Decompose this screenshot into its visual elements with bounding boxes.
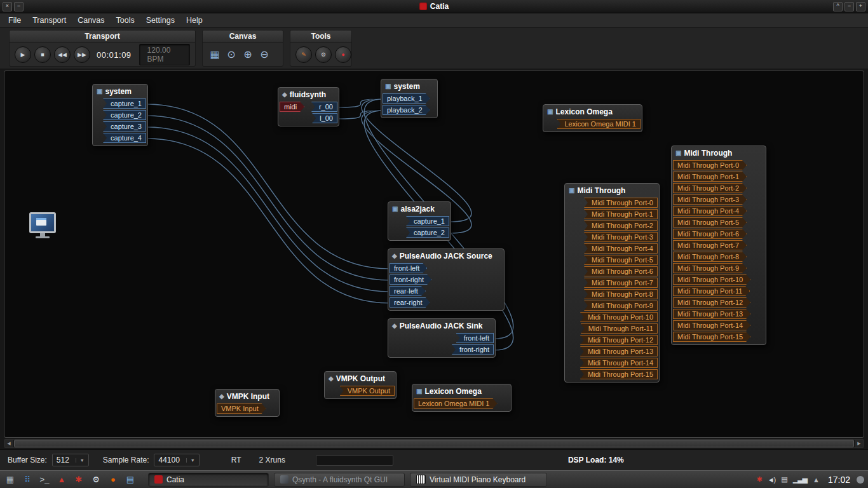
scroll-left-button[interactable]: ◀: [4, 440, 13, 447]
port-midi-through-port-9[interactable]: Midi Through Port-9: [673, 263, 747, 273]
stop-button[interactable]: ■: [34, 46, 51, 63]
port-l-00[interactable]: l_00: [312, 113, 337, 123]
port-midi-through-port-3[interactable]: Midi Through Port-3: [673, 194, 747, 205]
menu-file[interactable]: File: [3, 15, 27, 26]
port-midi-through-port-7[interactable]: Midi Through Port-7: [584, 278, 658, 288]
port-front-left[interactable]: front-left: [456, 333, 494, 343]
port-rear-right[interactable]: rear-right: [390, 297, 430, 308]
scrollbar-thumb[interactable]: [14, 440, 854, 447]
port-midi-through-port-8[interactable]: Midi Through Port-8: [584, 289, 658, 299]
close-button[interactable]: ×: [3, 2, 12, 11]
port-midi-through-port-10[interactable]: Midi Through Port-10: [580, 312, 658, 322]
lower-button[interactable]: −: [844, 2, 854, 11]
port-midi-through-port-14[interactable]: Midi Through Port-14: [580, 358, 658, 368]
zoom-fit-button[interactable]: ⊙: [224, 48, 238, 62]
port-front-left[interactable]: front-left: [390, 263, 427, 273]
sample-rate-select[interactable]: 44100 ▼: [154, 454, 199, 466]
taskbar-window-qsynth[interactable]: Qsynth - A fluidsynth Qt GUI: [274, 473, 405, 487]
node-midi-through-in[interactable]: ▣Midi ThroughMidi Through Port-0Midi Thr…: [671, 146, 766, 345]
port-midi-through-port-12[interactable]: Midi Through Port-12: [580, 335, 658, 345]
port-front-right[interactable]: front-right: [390, 274, 431, 285]
buffer-size-select[interactable]: 512 ▼: [52, 454, 89, 466]
display-tray-icon[interactable]: ▤: [781, 475, 787, 484]
shade-button[interactable]: ^: [833, 2, 843, 11]
port-capture-1[interactable]: capture_1: [103, 98, 146, 109]
keyboard-icon[interactable]: ▤: [124, 473, 137, 486]
patch-cable[interactable]: [147, 104, 390, 269]
port-midi-through-port-2[interactable]: Midi Through Port-2: [584, 220, 658, 231]
port-midi-through-port-0[interactable]: Midi Through Port-0: [673, 160, 747, 170]
port-midi-through-port-13[interactable]: Midi Through Port-13: [580, 346, 658, 356]
play-button[interactable]: ▶: [15, 46, 31, 63]
port-midi-through-port-8[interactable]: Midi Through Port-8: [673, 252, 747, 262]
patch-cable[interactable]: [147, 127, 390, 292]
menu-transport[interactable]: Transport: [27, 15, 72, 26]
canvas-horizontal-scrollbar[interactable]: ◀ ▶: [4, 439, 864, 448]
port-midi-through-port-14[interactable]: Midi Through Port-14: [673, 320, 750, 330]
port-front-right[interactable]: front-right: [452, 344, 494, 355]
xruns-label[interactable]: 2 Xruns: [259, 456, 285, 464]
port-midi-through-port-4[interactable]: Midi Through Port-4: [673, 206, 747, 216]
node-vmpk-output[interactable]: ◆VMPK OutputVMPK Output: [324, 371, 397, 399]
port-midi[interactable]: midi: [280, 102, 304, 112]
patch-cable[interactable]: [147, 139, 390, 303]
taskbar-window-vmpk[interactable]: Virtual MIDI Piano Keyboard: [410, 473, 547, 487]
port-capture-4[interactable]: capture_4: [103, 133, 146, 143]
port-vmpk-output[interactable]: VMPK Output: [340, 386, 395, 396]
node-system-playback[interactable]: ▣systemplayback_1playback_2: [381, 79, 438, 118]
catia-tray-icon[interactable]: ✱: [756, 475, 761, 484]
port-midi-through-port-15[interactable]: Midi Through Port-15: [673, 332, 750, 342]
port-lexicon-omega-midi-1[interactable]: Lexicon Omega MIDI 1: [414, 398, 498, 409]
port-midi-through-port-12[interactable]: Midi Through Port-12: [673, 297, 750, 308]
port-midi-through-port-7[interactable]: Midi Through Port-7: [673, 240, 747, 250]
pager-icon[interactable]: ⠿: [21, 473, 34, 486]
catia-launcher-icon[interactable]: ✱: [72, 473, 85, 486]
node-system-capture[interactable]: ▣systemcapture_1capture_2capture_3captur…: [92, 84, 148, 146]
port-midi-through-port-11[interactable]: Midi Through Port-11: [673, 286, 750, 296]
node-lexicon-omega-in[interactable]: ▣Lexicon OmegaLexicon Omega MIDI 1: [412, 384, 512, 412]
node-midi-through-out[interactable]: ▣Midi ThroughMidi Through Port-0Midi Thr…: [564, 183, 660, 383]
volume-icon[interactable]: ◄): [768, 476, 776, 484]
port-midi-through-port-4[interactable]: Midi Through Port-4: [584, 243, 658, 254]
port-rear-left[interactable]: rear-left: [390, 286, 426, 296]
port-midi-through-port-11[interactable]: Midi Through Port-11: [581, 323, 658, 334]
forward-button[interactable]: ▶▶: [74, 46, 90, 63]
network-signal-icon[interactable]: ▁▃▅: [793, 475, 807, 484]
port-midi-through-port-10[interactable]: Midi Through Port-10: [673, 274, 750, 285]
port-midi-through-port-1[interactable]: Midi Through Port-1: [673, 172, 747, 182]
port-playback-1[interactable]: playback_1: [383, 93, 430, 104]
maximize-button[interactable]: +: [856, 2, 865, 11]
port-midi-through-port-1[interactable]: Midi Through Port-1: [584, 209, 658, 219]
desktop-toggle-icon[interactable]: [857, 476, 864, 484]
port-midi-through-port-5[interactable]: Midi Through Port-5: [673, 217, 747, 227]
port-vmpk-input[interactable]: VMPK Input: [217, 403, 266, 414]
node-pulseaudio-jack-source[interactable]: ◆PulseAudio JACK Sourcefront-leftfront-r…: [388, 248, 505, 311]
tray-expand-icon[interactable]: ▲: [813, 476, 819, 484]
patchbay-canvas[interactable]: ▣systemcapture_1capture_2capture_3captur…: [4, 71, 864, 438]
menu-help[interactable]: Help: [180, 15, 208, 26]
port-midi-through-port-5[interactable]: Midi Through Port-5: [584, 255, 658, 265]
patch-cable[interactable]: [147, 116, 390, 280]
port-capture-2[interactable]: capture_2: [103, 110, 146, 120]
scroll-right-button[interactable]: ▶: [855, 440, 864, 447]
port-midi-through-port-13[interactable]: Midi Through Port-13: [673, 309, 750, 319]
paint-button[interactable]: ✎: [295, 46, 312, 63]
gear-icon[interactable]: ⚙: [90, 473, 102, 486]
menu-tools[interactable]: Tools: [111, 15, 140, 26]
backward-button[interactable]: ◀◀: [54, 46, 71, 63]
menu-settings[interactable]: Settings: [140, 15, 180, 26]
node-alsa2jack[interactable]: ▣alsa2jackcapture_1capture_2: [388, 201, 451, 241]
port-lexicon-omega-midi-1[interactable]: Lexicon Omega MIDI 1: [557, 119, 641, 129]
taskbar-window-catia[interactable]: Catia: [148, 473, 269, 487]
port-r-00[interactable]: r_00: [311, 102, 337, 112]
firefox-icon[interactable]: ●: [107, 473, 119, 486]
port-capture-3[interactable]: capture_3: [103, 121, 146, 132]
zoom-out-button[interactable]: ⊖: [257, 48, 271, 62]
bpm-field[interactable]: 120.00 BPM: [139, 44, 190, 65]
node-lexicon-omega-out[interactable]: ▣Lexicon OmegaLexicon Omega MIDI 1: [543, 104, 642, 132]
configure-button[interactable]: ⚙: [315, 46, 332, 63]
menu-canvas[interactable]: Canvas: [72, 15, 110, 26]
record-button[interactable]: ●: [335, 46, 351, 63]
clock[interactable]: 17:02: [828, 475, 850, 485]
port-midi-through-port-15[interactable]: Midi Through Port-15: [580, 369, 658, 379]
